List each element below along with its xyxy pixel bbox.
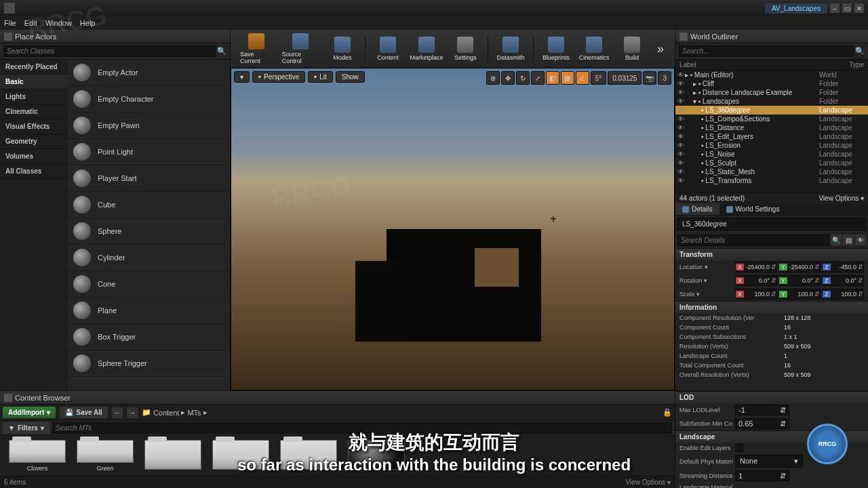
rotation-x-input[interactable]: X0.0°⇵ <box>735 275 777 286</box>
visibility-eye-icon[interactable]: 👁 <box>677 124 685 131</box>
actor-category-item[interactable]: Recently Placed <box>0 60 68 75</box>
menu-file[interactable]: File <box>4 19 16 27</box>
actor-category-item[interactable]: Cinematic <box>0 104 68 119</box>
toolbar-marketplace-button[interactable]: Marketplace <box>408 35 446 62</box>
close-button[interactable]: ✕ <box>854 3 864 13</box>
selected-actor-name[interactable]: LS_360degree <box>677 218 866 230</box>
content-search-input[interactable] <box>52 422 672 434</box>
menu-window[interactable]: Window <box>45 19 72 27</box>
content-item[interactable] <box>278 440 339 472</box>
outliner-row[interactable]: 👁▪ LS_SculptLandscape <box>675 159 868 167</box>
viewport[interactable]: + ▾ ▾Perspective ▾Lit Show ⊕ ✥ ↻ ⤢ ◧ ▦ ∠… <box>231 68 675 390</box>
visibility-eye-icon[interactable]: 👁 <box>677 80 685 87</box>
nav-back-button[interactable]: ← <box>112 407 123 418</box>
viewport-menu-button[interactable]: ▾ <box>234 71 250 83</box>
visibility-eye-icon[interactable]: 👁 <box>677 177 685 184</box>
actor-category-item[interactable]: Visual Effects <box>0 119 68 134</box>
add-import-button[interactable]: Add/Import▾ <box>3 407 56 418</box>
menu-edit[interactable]: Edit <box>24 19 37 27</box>
outliner-view-options[interactable]: View Options ▾ <box>818 195 864 202</box>
minimize-button[interactable]: – <box>830 3 840 13</box>
visibility-eye-icon[interactable]: 👁 <box>677 150 685 158</box>
camera-speed-value[interactable]: 3 <box>658 71 671 85</box>
outliner-row[interactable]: 👁▪ LS_360degreeLandscape <box>675 106 868 115</box>
toolbar-overflow-button[interactable]: » <box>652 42 669 56</box>
world-outliner-header[interactable]: World Outliner <box>675 30 868 43</box>
actor-category-item[interactable]: All Classes <box>0 164 68 179</box>
rotation-y-input[interactable]: Y0.0°⇵ <box>778 275 821 286</box>
gizmo-coord-icon[interactable]: ◧ <box>546 71 559 85</box>
actor-item[interactable]: Sphere <box>68 218 230 245</box>
toolbar-content-button[interactable]: Content <box>370 35 406 62</box>
visibility-eye-icon[interactable]: 👁 <box>677 71 685 79</box>
location-y-input[interactable]: Y-25400.0⇵ <box>778 262 821 272</box>
outliner-row[interactable]: 👁▪ LS_Static_MeshLandscape <box>675 167 868 176</box>
content-item[interactable] <box>142 440 203 472</box>
outliner-row[interactable]: 👁▾ ▪ LandscapesFolder <box>675 97 868 106</box>
section-transform[interactable]: Transform <box>675 248 868 260</box>
subsection-min-spinner[interactable]: 0.65⇵ <box>735 418 789 429</box>
toolbar-datasmith-button[interactable]: Datasmith <box>492 35 529 62</box>
menu-help[interactable]: Help <box>80 19 96 27</box>
actor-item[interactable]: Cube <box>68 192 230 218</box>
actor-item[interactable]: Cone <box>68 271 230 298</box>
folder-icon[interactable]: 📁 <box>142 408 151 417</box>
visibility-eye-icon[interactable]: 👁 <box>677 168 685 176</box>
content-item[interactable] <box>210 440 271 472</box>
nav-forward-button[interactable]: → <box>127 407 138 418</box>
visibility-eye-icon[interactable]: 👁 <box>677 98 685 105</box>
gizmo-select-icon[interactable]: ⊕ <box>486 71 500 85</box>
outliner-search-input[interactable] <box>679 45 854 57</box>
gizmo-snap-icon[interactable]: ∠ <box>576 71 589 85</box>
actor-item[interactable]: Player Start <box>68 165 230 192</box>
actor-item[interactable]: Sphere Trigger <box>68 350 230 377</box>
viewport-show-button[interactable]: Show <box>336 71 365 83</box>
outliner-row[interactable]: 👁▪ LS_DistanceLandscape <box>675 123 868 132</box>
gizmo-scale-icon[interactable]: ⤢ <box>531 71 545 85</box>
toolbar-blueprints-button[interactable]: Blueprints <box>538 35 574 62</box>
toolbar-source-control-button[interactable]: Source Control <box>278 32 323 66</box>
place-actors-header[interactable]: Place Actors <box>0 30 230 43</box>
content-item[interactable]: Green <box>75 440 136 472</box>
content-browser-header[interactable]: Content Browser <box>0 391 675 405</box>
lock-icon[interactable]: 🔒 <box>663 408 672 417</box>
content-item[interactable] <box>346 440 407 472</box>
visibility-eye-icon[interactable]: 👁 <box>677 115 685 123</box>
actor-category-item[interactable]: Volumes <box>0 149 68 164</box>
property-matrix-icon[interactable]: ▤ <box>843 235 854 245</box>
gizmo-translate-icon[interactable]: ✥ <box>501 71 515 85</box>
rotation-z-input[interactable]: Z0.0°⇵ <box>822 275 864 286</box>
toolbar-settings-button[interactable]: Settings <box>447 35 484 62</box>
actor-item[interactable]: Empty Character <box>68 86 230 113</box>
outliner-row[interactable]: 👁▪ LS_Edit_LayersLandscape <box>675 132 868 141</box>
toolbar-build-button[interactable]: Build <box>614 35 650 62</box>
location-z-input[interactable]: Z-450.0⇵ <box>822 262 864 272</box>
outliner-row[interactable]: 👁▸ ▪ Main (Editor)World <box>675 70 868 79</box>
save-all-button[interactable]: 💾 Save All <box>60 407 108 418</box>
camera-speed-icon[interactable]: 📷 <box>643 71 656 85</box>
breadcrumb-item[interactable]: Content <box>153 409 180 417</box>
outliner-row[interactable]: 👁▪ LS_NoiseLandscape <box>675 150 868 159</box>
grid-step-value[interactable]: 0.03125 <box>608 71 642 85</box>
scale-z-input[interactable]: Z100.0⇵ <box>822 289 864 300</box>
actor-category-item[interactable]: Geometry <box>0 134 68 149</box>
eye-icon[interactable]: 👁 <box>855 235 866 245</box>
details-search-input[interactable] <box>677 235 829 246</box>
scale-y-input[interactable]: Y100.0⇵ <box>778 289 821 300</box>
outliner-col-label[interactable]: Label <box>679 61 849 68</box>
scale-x-input[interactable]: X100.0⇵ <box>735 289 777 300</box>
visibility-eye-icon[interactable]: 👁 <box>677 89 685 96</box>
viewport-perspective-button[interactable]: ▾Perspective <box>252 71 305 83</box>
content-grid[interactable]: CloversGreen <box>0 436 675 476</box>
default-phys-material-dropdown[interactable]: None▾ <box>735 455 803 468</box>
outliner-row[interactable]: 👁▪ LS_ErosionLandscape <box>675 141 868 150</box>
outliner-row[interactable]: 👁▪ LS_Compo&SectionsLandscape <box>675 115 868 123</box>
visibility-eye-icon[interactable]: 👁 <box>677 133 685 140</box>
actor-category-item[interactable]: Basic <box>0 75 68 89</box>
maximize-button[interactable]: ▭ <box>842 3 852 13</box>
actor-item[interactable]: Empty Actor <box>68 60 230 86</box>
actor-item[interactable]: Point Light <box>68 139 230 165</box>
search-icon[interactable]: 🔍 <box>217 47 226 56</box>
toolbar-modes-button[interactable]: Modes <box>324 35 361 62</box>
outliner-col-type[interactable]: Type <box>849 61 864 68</box>
